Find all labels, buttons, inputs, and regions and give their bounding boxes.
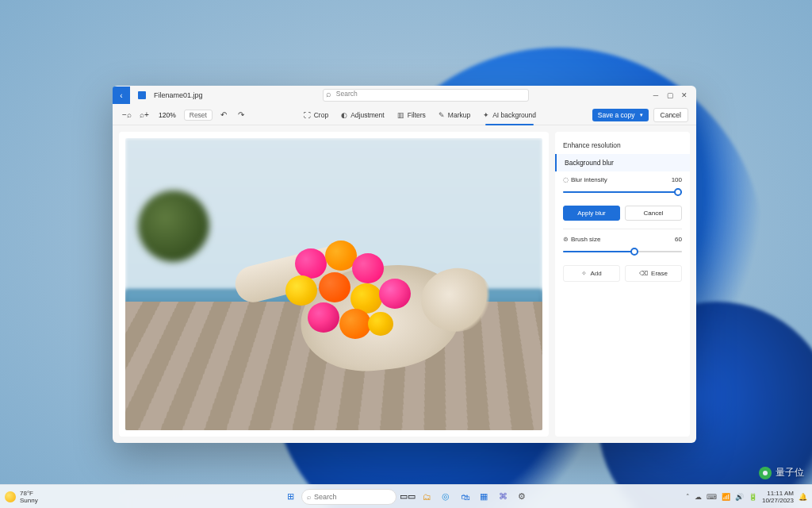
taskbar-center: ⊞ ⌕ Search ▭▭ 🗂 ◎ 🛍 ▦ ⌘ ⚙: [282, 489, 530, 505]
blur-intensity-label: ◌Blur intensity: [563, 176, 607, 183]
task-view-button[interactable]: ▭▭: [400, 489, 416, 505]
settings-icon[interactable]: ⚙: [514, 489, 530, 505]
chevron-up-icon[interactable]: ˄: [686, 493, 690, 501]
tab-label: Markup: [448, 111, 470, 119]
tab-ai-background[interactable]: ✦ AI background: [479, 110, 540, 121]
edge-icon[interactable]: ◎: [438, 489, 454, 505]
toolbar: −⌕ ⌕+ 120% Reset ↶ ↷ ⛶ Crop ◐ Adjustment…: [113, 105, 696, 125]
undo-button[interactable]: ↶: [217, 109, 230, 121]
zoom-in-button[interactable]: ⌕+: [138, 109, 151, 121]
wechat-icon: [759, 467, 772, 479]
taskbar: 78°F Sunny ⊞ ⌕ Search ▭▭ 🗂 ◎ 🛍 ▦ ⌘ ⚙ ˄ ☁…: [0, 484, 812, 508]
store-icon[interactable]: 🛍: [457, 489, 473, 505]
tab-label: Adjustment: [350, 111, 385, 119]
explorer-icon[interactable]: 🗂: [419, 489, 435, 505]
eraser-icon: ⌫: [639, 270, 648, 277]
blur-cancel-button[interactable]: Cancel: [625, 206, 682, 221]
minimize-button[interactable]: ─: [649, 88, 663, 102]
taskbar-search[interactable]: ⌕ Search: [301, 489, 396, 505]
battery-icon[interactable]: 🔋: [749, 493, 757, 501]
start-button[interactable]: ⊞: [282, 489, 298, 505]
brush-tools: ✧ Add ⌫ Erase: [555, 262, 690, 285]
clock[interactable]: 11:11 AM 10/27/2023: [762, 490, 794, 504]
sun-icon: [5, 491, 16, 502]
search-wrap: Search: [208, 89, 644, 102]
redo-button[interactable]: ↷: [235, 109, 247, 121]
tab-label: Crop: [314, 111, 328, 119]
titlebar: ‹ Filename01.jpg Search ─ ▢ ✕: [113, 86, 696, 105]
blur-intensity-slider[interactable]: [563, 187, 682, 198]
watermark: 量子位: [759, 466, 804, 479]
zoom-out-button[interactable]: −⌕: [121, 109, 133, 121]
photos-app-window: ‹ Filename01.jpg Search ─ ▢ ✕ −⌕ ⌕+ 120%…: [113, 86, 696, 443]
reset-button[interactable]: Reset: [184, 110, 213, 121]
adjustment-icon: ◐: [341, 111, 347, 119]
enhance-resolution-link[interactable]: Enhance resolution: [555, 137, 690, 154]
time: 11:11 AM: [762, 490, 794, 497]
search-icon: ⌕: [307, 493, 311, 501]
onedrive-icon[interactable]: ☁: [695, 493, 702, 501]
zoom-level: 120%: [155, 111, 179, 119]
add-brush-button[interactable]: ✧ Add: [563, 265, 620, 282]
search-placeholder: Search: [336, 90, 358, 98]
chevron-down-icon: ▾: [640, 112, 643, 118]
chevron-left-icon: ‹: [120, 91, 122, 100]
tab-filters[interactable]: ▥ Filters: [393, 110, 430, 121]
volume-icon[interactable]: 🔊: [735, 493, 744, 501]
maximize-button[interactable]: ▢: [663, 88, 677, 102]
window-controls: ─ ▢ ✕: [649, 88, 691, 102]
weather-text: 78°F Sunny: [20, 490, 38, 504]
system-tray: ˄ ☁ ⌨ 📶 🔊 🔋 11:11 AM 10/27/2023 🔔: [686, 490, 807, 504]
date: 10/27/2023: [762, 497, 794, 504]
apply-blur-button[interactable]: Apply blur: [563, 206, 620, 221]
temperature: 78°F: [20, 490, 38, 497]
notifications-icon[interactable]: 🔔: [799, 493, 807, 501]
tab-crop[interactable]: ⛶ Crop: [300, 110, 332, 121]
brush-size-row: ⊚Brush size 60: [555, 231, 690, 262]
taskbar-search-label: Search: [314, 493, 337, 501]
language-icon[interactable]: ⌨: [707, 493, 717, 501]
search-input[interactable]: Search: [323, 89, 529, 102]
blur-intensity-value: 100: [672, 176, 682, 183]
add-icon: ✧: [581, 270, 587, 277]
weather-widget[interactable]: 78°F Sunny: [5, 490, 38, 504]
image-preview: [125, 138, 542, 430]
blur-intensity-row: ◌Blur intensity 100: [555, 171, 690, 202]
brush-size-label: ⊚Brush size: [563, 236, 600, 243]
sparkle-icon: ✦: [483, 111, 489, 119]
divider: [563, 229, 682, 229]
filename-label: Filename01.jpg: [154, 91, 203, 99]
crop-icon: ⛶: [304, 111, 311, 119]
brush-icon: ⊚: [563, 236, 569, 243]
tab-markup[interactable]: ✎ Markup: [435, 110, 474, 121]
photos-icon[interactable]: ▦: [476, 489, 492, 505]
side-panel: Enhance resolution Background blur ◌Blur…: [555, 132, 690, 437]
editor-body: Enhance resolution Background blur ◌Blur…: [113, 125, 696, 443]
markup-icon: ✎: [439, 111, 445, 119]
save-copy-button[interactable]: Save a copy ▾: [592, 109, 649, 121]
erase-brush-button[interactable]: ⌫ Erase: [625, 265, 682, 282]
brush-size-value: 60: [675, 236, 682, 243]
image-canvas[interactable]: [119, 132, 549, 437]
tab-adjustment[interactable]: ◐ Adjustment: [337, 110, 389, 121]
desktop: ‹ Filename01.jpg Search ─ ▢ ✕ −⌕ ⌕+ 120%…: [0, 0, 812, 508]
save-label: Save a copy: [598, 111, 635, 119]
tab-label: Filters: [408, 111, 426, 119]
condition: Sunny: [20, 497, 38, 504]
blur-icon: ◌: [563, 176, 569, 183]
background-blur-section[interactable]: Background blur: [555, 154, 690, 171]
back-button[interactable]: ‹: [113, 87, 130, 104]
close-button[interactable]: ✕: [677, 88, 691, 102]
teams-icon[interactable]: ⌘: [495, 489, 511, 505]
cancel-button[interactable]: Cancel: [653, 108, 688, 122]
watermark-text: 量子位: [776, 466, 804, 479]
tab-label: AI background: [492, 111, 536, 119]
filters-icon: ▥: [397, 111, 404, 119]
blur-actions: Apply blur Cancel: [555, 202, 690, 227]
file-icon: [138, 91, 146, 99]
brush-size-slider[interactable]: [563, 246, 682, 257]
wifi-icon[interactable]: 📶: [722, 493, 730, 501]
